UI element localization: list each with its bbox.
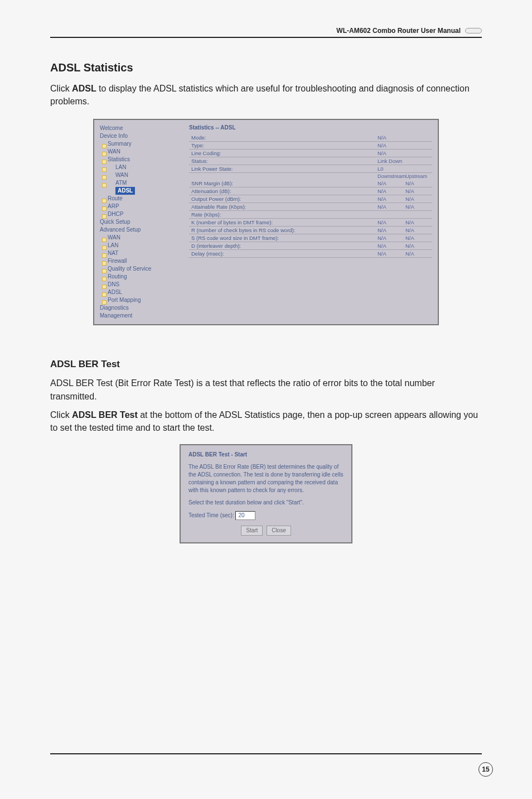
stat-down: N/A: [376, 227, 404, 234]
table-row: Mode: N/A: [189, 134, 432, 142]
stat-label: Output Power (dBm):: [189, 195, 376, 203]
tree-routing[interactable]: Routing: [100, 273, 183, 281]
stat-value: N/A: [376, 150, 404, 157]
table-row: Output Power (dBm):N/AN/A: [189, 195, 432, 203]
tree-dns[interactable]: DNS: [100, 281, 183, 288]
stats-title: Statistics -- ADSL: [189, 124, 432, 131]
tree-wan2[interactable]: WAN: [100, 171, 183, 179]
tree-summary[interactable]: Summary: [100, 140, 183, 148]
text: Click: [50, 84, 72, 93]
stat-label: D (interleaver depth):: [189, 242, 376, 249]
stat-up: N/A: [404, 203, 432, 210]
stat-label: R (number of check bytes in RS code word…: [189, 227, 376, 234]
tree-quick-setup[interactable]: Quick Setup: [100, 218, 183, 226]
tree-lan2[interactable]: LAN: [100, 242, 183, 249]
dialog-title: ADSL BER Test - Start: [188, 451, 344, 459]
hdr-empty: [189, 176, 376, 177]
stat-up: N/A: [404, 195, 432, 203]
stat-label: Attainable Rate (Kbps):: [189, 203, 376, 210]
ber-paragraph2: Click ADSL BER Test at the bottom of the…: [50, 408, 482, 434]
manual-title: WL-AM602 Combo Router User Manual: [336, 27, 461, 35]
tree-route[interactable]: Route: [100, 195, 183, 203]
section-adsl-ber-test: ADSL BER Test ADSL BER Test (Bit Error R…: [50, 359, 482, 543]
stat-label: Status:: [189, 157, 376, 165]
stat-label: S (RS code word size in DMT frame):: [189, 234, 376, 242]
tree-statistics[interactable]: Statistics: [100, 156, 183, 163]
section-adsl-statistics: ADSL Statistics Click ADSL to display th…: [50, 61, 482, 325]
stat-down: N/A: [376, 219, 404, 226]
stat-value: Link Down: [376, 157, 432, 165]
tree-diagnostics[interactable]: Diagnostics: [100, 304, 183, 312]
tree-portmap[interactable]: Port Mapping: [100, 296, 183, 304]
table-row: D (interleaver depth):N/AN/A: [189, 242, 432, 250]
tree-management[interactable]: Management: [100, 312, 183, 320]
stat-label: Delay (msec):: [189, 250, 376, 257]
tree-advanced-setup[interactable]: Advanced Setup: [100, 226, 183, 234]
table-row: SNR Margin (dB):N/AN/A: [189, 180, 432, 187]
stat-label: Link Power State:: [189, 165, 376, 172]
stat-label: K (number of bytes in DMT frame):: [189, 219, 376, 226]
stat-down: N/A: [376, 203, 404, 210]
footer-rule: [50, 753, 482, 754]
tree-dhcp[interactable]: DHCP: [100, 210, 183, 218]
stats-panel: Statistics -- ADSL Mode: N/A Type: N/A L…: [189, 124, 432, 320]
stat-empty: [404, 153, 432, 154]
stat-up: N/A: [404, 180, 432, 187]
stat-empty: [404, 169, 432, 170]
stat-label: Attenuation (dB):: [189, 187, 376, 195]
tested-time-label: Tested Time (sec):: [188, 512, 234, 518]
dialog-buttons: Start Close: [188, 526, 344, 536]
text: Click: [50, 410, 72, 420]
stat-up: N/A: [404, 187, 432, 195]
stat-value: L0: [376, 165, 404, 172]
table-row: Rate (Kbps):: [189, 211, 432, 219]
stat-label: Mode:: [189, 134, 376, 141]
tested-time-row: Tested Time (sec): 20: [188, 511, 344, 520]
tested-time-select[interactable]: 20: [235, 511, 255, 520]
stat-value: N/A: [376, 134, 404, 141]
stat-value: N/A: [376, 142, 404, 149]
col-upstream: Upstream: [404, 173, 432, 180]
tree-adsl-label: ADSL: [115, 187, 135, 195]
stat-down: N/A: [376, 250, 404, 257]
stat-empty: [404, 145, 432, 146]
tree-nat[interactable]: NAT: [100, 249, 183, 257]
tree-adsl-selected[interactable]: ADSL: [100, 187, 183, 195]
stat-label: SNR Margin (dB):: [189, 180, 376, 187]
table-row: Delay (msec):N/AN/A: [189, 250, 432, 258]
start-button[interactable]: Start: [241, 526, 263, 536]
nav-tree: Welcome Device Info Summary WAN Statisti…: [100, 124, 183, 320]
dialog-body: The ADSL Bit Error Rate (BER) test deter…: [188, 463, 344, 494]
table-row: Attenuation (dB):N/AN/A: [189, 187, 432, 195]
section-title: ADSL Statistics: [50, 61, 482, 74]
screenshot-ber-dialog: ADSL BER Test - Start The ADSL Bit Error…: [180, 444, 352, 543]
table-row: Status: Link Down: [189, 157, 432, 165]
tree-lan[interactable]: LAN: [100, 163, 183, 171]
stat-down: [376, 214, 404, 215]
tree-adsl2[interactable]: ADSL: [100, 288, 183, 296]
close-button[interactable]: Close: [267, 526, 291, 536]
stat-empty: [404, 137, 432, 138]
stat-up: [404, 214, 432, 215]
stat-label: Line Coding:: [189, 150, 376, 157]
tree-wan[interactable]: WAN: [100, 148, 183, 156]
table-row: Type: N/A: [189, 142, 432, 150]
tree-qos[interactable]: Quality of Service: [100, 265, 183, 273]
table-row: Attainable Rate (Kbps):N/AN/A: [189, 203, 432, 211]
text: to display the ADSL statistics which are…: [50, 84, 470, 106]
tree-device-info[interactable]: Device Info: [100, 132, 183, 140]
col-downstream: Downstream: [376, 173, 404, 180]
tree-firewall[interactable]: Firewall: [100, 257, 183, 265]
stat-down: N/A: [376, 195, 404, 203]
tree-atm[interactable]: ATM: [100, 179, 183, 187]
tree-welcome[interactable]: Welcome: [100, 124, 183, 132]
stat-up: N/A: [404, 242, 432, 249]
stat-down: N/A: [376, 242, 404, 249]
tree-arp[interactable]: ARP: [100, 203, 183, 210]
tree-wan3[interactable]: WAN: [100, 234, 183, 242]
bold-ber: ADSL BER Test: [72, 410, 138, 420]
stat-down: N/A: [376, 187, 404, 195]
table-header: Downstream Upstream: [189, 173, 432, 180]
stat-label: Rate (Kbps):: [189, 211, 376, 218]
table-row: R (number of check bytes in RS code word…: [189, 227, 432, 234]
